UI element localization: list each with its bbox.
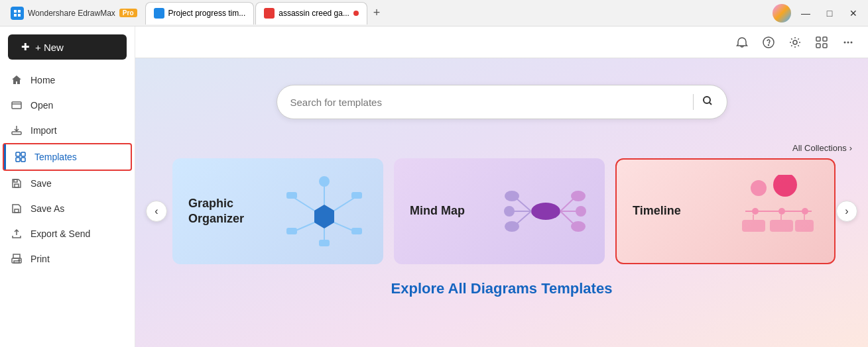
svg-rect-4 (16, 158, 20, 162)
svg-line-44 (560, 198, 574, 211)
maximize-button[interactable]: □ (820, 4, 839, 23)
home-label: Home (31, 75, 55, 85)
card-graphic-organizer-label: Graphic Organizer (188, 196, 268, 227)
new-icon: ✚ (21, 41, 30, 53)
sidebar-item-open[interactable]: Open (0, 93, 135, 118)
svg-point-23 (704, 97, 710, 103)
sidebar: ✚ + New Home Open Import Templates (0, 26, 135, 347)
svg-point-26 (319, 176, 330, 187)
svg-line-42 (516, 211, 531, 224)
svg-point-47 (576, 206, 586, 217)
svg-rect-0 (12, 102, 21, 109)
all-collections-link[interactable]: All Collections › (792, 143, 852, 153)
svg-point-49 (571, 221, 586, 232)
settings-icon[interactable] (786, 33, 804, 52)
svg-point-54 (778, 208, 785, 215)
svg-rect-28 (351, 192, 362, 199)
svg-point-43 (505, 221, 519, 232)
user-avatar[interactable] (773, 4, 791, 23)
close-button[interactable]: ✕ (844, 4, 863, 23)
svg-point-20 (844, 41, 846, 43)
bell-icon[interactable] (733, 33, 751, 52)
svg-point-21 (847, 41, 849, 43)
sidebar-item-templates[interactable]: Templates (3, 143, 132, 171)
svg-rect-19 (823, 44, 827, 48)
cards-container: Graphic Organizer (167, 158, 836, 264)
svg-line-27 (334, 198, 354, 211)
svg-rect-30 (351, 228, 362, 234)
svg-point-37 (531, 203, 560, 220)
svg-rect-18 (816, 44, 820, 48)
svg-rect-2 (16, 152, 20, 156)
sidebar-item-print[interactable]: Print (0, 246, 135, 272)
svg-rect-16 (816, 37, 820, 41)
card-mind-map-label: Mind Map (410, 203, 489, 219)
svg-rect-57 (770, 220, 793, 232)
main-content: All Collections › ‹ Graphic Organizer (135, 26, 868, 347)
svg-point-55 (802, 208, 808, 215)
tab-project[interactable]: Project progress tim... (145, 2, 255, 25)
home-icon (11, 74, 23, 86)
save-label: Save (31, 178, 52, 189)
svg-rect-8 (15, 209, 19, 213)
svg-rect-11 (14, 261, 19, 263)
tab-dirty-indicator (353, 11, 359, 16)
svg-rect-6 (15, 184, 19, 187)
add-tab-button[interactable]: + (367, 4, 386, 23)
card-timeline[interactable]: Timeline (615, 158, 836, 264)
svg-rect-56 (742, 220, 765, 232)
titlebar-right: — □ ✕ (773, 4, 863, 23)
card-graphic-organizer-visual (281, 175, 367, 248)
svg-point-45 (571, 191, 586, 201)
titlebar: Wondershare EdrawMax Pro Project progres… (0, 0, 868, 26)
templates-icon (15, 151, 27, 163)
svg-rect-1 (12, 132, 21, 134)
svg-point-13 (763, 37, 774, 48)
print-icon (11, 253, 23, 265)
svg-marker-24 (314, 205, 334, 228)
save-as-label: Save As (31, 203, 64, 214)
sidebar-item-export[interactable]: Export & Send (0, 221, 135, 246)
sidebar-item-home[interactable]: Home (0, 68, 135, 93)
open-icon (11, 99, 23, 111)
tab-project-icon (154, 8, 164, 19)
svg-rect-36 (286, 192, 297, 199)
card-timeline-label: Timeline (633, 203, 712, 219)
minimize-button[interactable]: — (796, 4, 815, 23)
svg-rect-32 (319, 240, 330, 246)
sidebar-item-save-as[interactable]: Save As (0, 196, 135, 221)
explore-highlight: All Diagrams Templates (448, 280, 613, 297)
sidebar-item-save[interactable]: Save (0, 171, 135, 196)
svg-rect-3 (21, 152, 25, 156)
all-collections-row: All Collections › (135, 132, 868, 158)
app-icon (11, 7, 24, 20)
more-icon[interactable] (839, 33, 857, 52)
new-button[interactable]: ✚ + New (8, 34, 127, 60)
svg-point-14 (769, 44, 769, 45)
svg-line-29 (334, 223, 354, 231)
import-label: Import (31, 125, 57, 136)
open-label: Open (31, 100, 53, 111)
explore-text: Explore (391, 280, 448, 297)
svg-point-12 (19, 260, 20, 261)
svg-point-15 (793, 40, 797, 44)
svg-rect-9 (13, 254, 20, 258)
help-icon[interactable] (759, 33, 778, 52)
grid-icon[interactable] (812, 33, 831, 52)
search-bar (277, 85, 727, 119)
tab-assassin[interactable]: assassin creed ga... (255, 2, 367, 25)
tab-project-label: Project progress tim... (168, 9, 246, 18)
svg-rect-5 (21, 158, 25, 162)
card-graphic-organizer[interactable]: Graphic Organizer (172, 158, 383, 264)
card-mind-map[interactable]: Mind Map (394, 158, 605, 264)
tab-assassin-icon (264, 8, 275, 19)
search-input[interactable] (290, 97, 685, 108)
svg-rect-17 (823, 37, 827, 41)
sidebar-item-import[interactable]: Import (0, 118, 135, 143)
save-icon (11, 177, 23, 189)
explore-section: Explore All Diagrams Templates (135, 264, 868, 304)
search-button[interactable] (702, 95, 713, 110)
next-arrow[interactable]: › (836, 201, 857, 222)
prev-arrow[interactable]: ‹ (146, 201, 167, 222)
svg-point-50 (751, 180, 767, 196)
